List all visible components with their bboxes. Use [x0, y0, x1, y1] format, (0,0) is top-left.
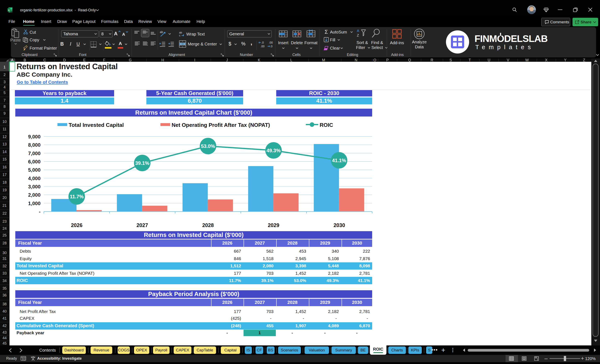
svg-text:6,000: 6,000 — [28, 159, 40, 164]
svg-text:2027: 2027 — [136, 222, 148, 228]
svg-text:ROIC: ROIC — [320, 122, 333, 128]
svg-text:8,000: 8,000 — [28, 142, 40, 148]
svg-text:.00: .00 — [269, 41, 273, 44]
svg-text:2028: 2028 — [202, 222, 214, 228]
svg-text:2029: 2029 — [268, 222, 279, 228]
svg-text:x: x — [8, 9, 10, 12]
svg-text:3,000: 3,000 — [28, 184, 40, 190]
svg-text:53.0%: 53.0% — [201, 143, 215, 149]
svg-text:5,000: 5,000 — [28, 167, 40, 173]
svg-text:2030: 2030 — [334, 222, 345, 228]
svg-text:39.1%: 39.1% — [135, 160, 149, 166]
svg-text:.0: .0 — [270, 45, 272, 48]
svg-text:41.1%: 41.1% — [332, 158, 346, 163]
svg-text:1,000: 1,000 — [28, 200, 40, 206]
svg-text:4,000: 4,000 — [28, 176, 40, 181]
svg-text:7,000: 7,000 — [28, 151, 40, 156]
svg-text:Z: Z — [357, 34, 359, 37]
svg-text:.00: .00 — [261, 45, 265, 48]
svg-text:9,000: 9,000 — [28, 134, 40, 139]
svg-text:c: c — [179, 34, 180, 37]
svg-text:2026: 2026 — [71, 222, 83, 228]
svg-text:49.3%: 49.3% — [266, 148, 281, 153]
svg-text:2,000: 2,000 — [28, 192, 40, 198]
svg-text:-: - — [39, 209, 40, 214]
svg-text:ab: ab — [160, 30, 163, 34]
svg-text:11.7%: 11.7% — [70, 194, 84, 199]
svg-text:.0: .0 — [261, 41, 264, 44]
svg-text:A: A — [357, 29, 359, 33]
svg-text:Net Operating Profit After Tax: Net Operating Profit After Tax (NOPAT) — [172, 122, 270, 128]
svg-text:ab: ab — [179, 31, 182, 34]
svg-text:Total Invested Capital: Total Invested Capital — [69, 122, 124, 128]
